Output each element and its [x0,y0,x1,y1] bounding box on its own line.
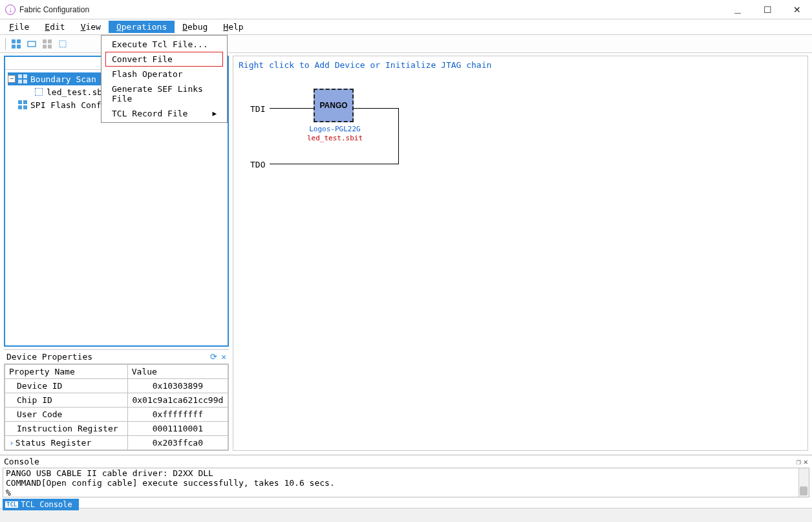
device-properties-panel: Device Properties ⟳ ✕ Property Name Valu… [4,349,229,451]
titlebar: ↓ Fabric Configuration ＿ ☐ ✕ [0,0,812,19]
device-properties-title: Device Properties [6,352,92,362]
console-title: Console [4,457,39,466]
expand-arrow-icon[interactable]: › [9,438,14,448]
svg-rect-1 [17,39,21,43]
svg-rect-2 [12,45,16,49]
menu-tcl-record[interactable]: TCL Record File▶ [102,106,227,121]
toolbar-icon-1[interactable] [10,38,23,50]
svg-rect-12 [18,80,22,83]
menu-operations[interactable]: Operations [109,21,175,33]
tcl-icon: TCL [5,501,18,508]
svg-rect-7 [43,45,47,49]
menubar: File Edit View Operations Debug Help [0,19,812,35]
jtag-chain-pane[interactable]: Right click to Add Device or Initialize … [233,56,808,451]
device-properties-table: Property Name Value Device ID0x10303899 … [4,364,229,451]
chip-icon [34,87,44,97]
svg-rect-16 [18,105,22,109]
menu-convert-file[interactable]: Convert File [105,52,223,67]
menu-edit[interactable]: Edit [37,21,72,33]
console-line: PANGO USB CABLE II cable driver: D2XX DL… [6,468,806,478]
svg-rect-8 [48,45,52,49]
refresh-icon[interactable]: ⟳ [210,352,217,362]
chain-hint: Right click to Add Device or Initialize … [239,60,491,70]
submenu-arrow-icon: ▶ [212,109,217,118]
console-line: COMMAND[Open config cable] execute succe… [6,478,806,488]
device-file-label: led_test.sbit [306,134,364,142]
window-title: Fabric Configuration [19,5,89,14]
console-header: Console ❐ ✕ [0,455,812,468]
svg-rect-4 [28,41,36,47]
table-row[interactable]: Device ID0x10303899 [5,379,228,393]
menu-generate-sef[interactable]: Generate SEF Links File [102,82,227,106]
console-line: % [6,488,806,497]
menu-execute-tcl[interactable]: Execute Tcl File... [102,37,227,52]
toolbar-icon-2[interactable] [25,38,38,50]
tree-label: Boundary Scan [30,74,96,84]
wire [398,108,399,164]
svg-rect-9 [59,41,66,47]
svg-rect-17 [23,105,27,109]
svg-rect-3 [17,45,21,49]
tree-label: led_test.sb [47,87,102,97]
maximize-button[interactable]: ☐ [753,0,782,19]
console-body[interactable]: PANGO USB CABLE II cable driver: D2XX DL… [3,468,809,497]
window-controls: ＿ ☐ ✕ [723,0,812,19]
scroll-thumb[interactable] [800,486,807,495]
svg-rect-14 [18,100,22,104]
table-row[interactable]: Chip ID0x01c9a1ca621cc99d [5,393,228,408]
menu-file[interactable]: File [1,21,37,33]
tree-label: SPI Flash Confi [30,100,106,110]
toolbar-icon-4[interactable] [56,38,69,50]
toolbar-separator [5,38,6,50]
console-popout-icon[interactable]: ❐ [796,457,801,466]
tab-label: TCL Console [21,500,72,509]
svg-rect-13 [23,80,27,83]
app-icon: ↓ [5,5,16,15]
device-chip[interactable]: PANGO [314,89,354,122]
col-value: Value [127,365,228,379]
boundary-scan-icon [17,74,28,84]
operations-dropdown: Execute Tcl File... Convert File Flash O… [101,35,228,123]
menu-view[interactable]: View [73,21,109,33]
wire [270,164,399,164]
device-properties-header: Device Properties ⟳ ✕ [4,350,229,364]
svg-rect-6 [48,39,52,43]
console-panel: Console ❐ ✕ PANGO USB CABLE II cable dri… [0,455,812,508]
tree-expander-icon[interactable]: − [8,75,16,83]
table-row[interactable]: ›Status Register0x203ffca0 [5,436,228,450]
menu-debug[interactable]: Debug [175,21,215,33]
svg-rect-5 [43,39,47,43]
svg-rect-11 [23,74,27,78]
toolbar-icon-3[interactable] [41,38,54,50]
menu-flash-operator[interactable]: Flash Operator [102,67,227,82]
spi-flash-icon [17,100,28,110]
tdo-label: TDO [250,160,265,169]
status-bar [0,508,812,522]
minimize-button[interactable]: ＿ [723,0,753,19]
menu-help[interactable]: Help [215,21,251,33]
svg-rect-0 [12,39,16,43]
svg-rect-10 [18,74,22,78]
table-header-row: Property Name Value [5,365,228,379]
table-row[interactable]: User Code0xffffffff [5,408,228,422]
svg-rect-15 [23,100,27,104]
close-button[interactable]: ✕ [782,0,812,19]
close-panel-icon[interactable]: ✕ [221,352,226,362]
device-name-label: Logos-PGL22G [306,125,364,133]
table-row[interactable]: Instruction Register0001110001 [5,422,228,436]
console-scrollbar[interactable] [798,468,809,497]
console-close-icon[interactable]: ✕ [804,457,808,466]
tcl-console-tab[interactable]: TCL TCL Console [3,499,79,510]
col-property-name: Property Name [5,365,128,379]
tdi-label: TDI [250,104,265,114]
